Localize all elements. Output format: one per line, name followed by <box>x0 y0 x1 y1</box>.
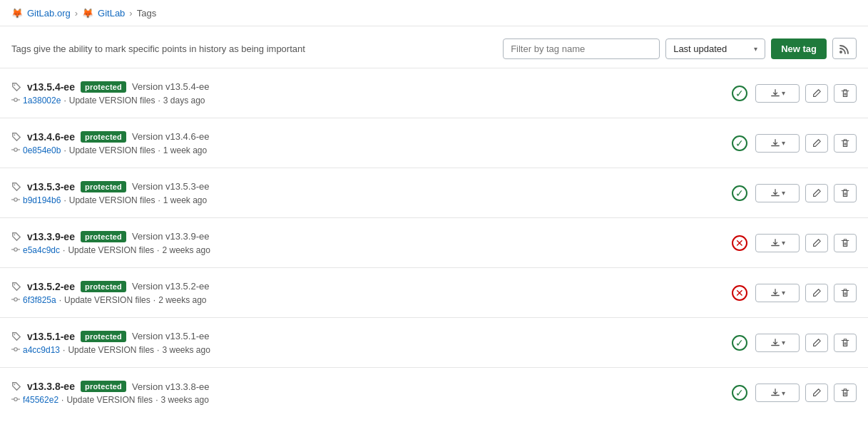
tag-name[interactable]: v13.5.2-ee <box>27 281 75 292</box>
commit-hash[interactable]: 1a38002e <box>23 96 61 106</box>
tag-name[interactable]: v13.5.3-ee <box>27 181 75 192</box>
tag-icon <box>11 381 21 391</box>
edit-icon <box>812 288 822 298</box>
tag-name[interactable]: v13.5.1-ee <box>27 331 75 342</box>
edit-button[interactable] <box>805 184 828 202</box>
delete-button[interactable] <box>834 234 857 252</box>
svg-point-7 <box>14 134 16 135</box>
download-button[interactable]: ▾ <box>755 284 800 302</box>
tag-row: v13.5.1-ee protected Version v13.5.1-ee … <box>0 318 868 368</box>
commit-description: Update VERSION files <box>66 395 153 405</box>
edit-button[interactable] <box>805 84 828 103</box>
delete-icon <box>840 388 850 398</box>
sort-dropdown[interactable]: Last updated ▾ <box>665 38 765 59</box>
status-failed-icon: ✕ <box>732 235 747 251</box>
download-icon <box>770 88 780 98</box>
tag-actions: ✓ ▾ <box>730 183 857 203</box>
tag-message: Version v13.3.9-ee <box>132 231 209 242</box>
delete-button[interactable] <box>834 334 857 352</box>
delete-button[interactable] <box>834 284 857 302</box>
commit-dot-2: · <box>158 195 160 205</box>
commit-hash[interactable]: b9d194b6 <box>23 195 61 205</box>
commit-svg-icon <box>11 295 20 304</box>
protected-badge: protected <box>81 81 126 93</box>
commit-svg-icon <box>11 195 20 204</box>
tag-info: v13.4.6-ee protected Version v13.4.6-ee … <box>11 131 730 155</box>
commit-hash[interactable]: 6f3f825a <box>23 295 56 305</box>
delete-button[interactable] <box>834 134 857 153</box>
download-button[interactable]: ▾ <box>755 134 800 153</box>
breadcrumb-sep-2: › <box>129 8 132 19</box>
tag-link-icon <box>11 282 21 292</box>
tag-link-icon <box>11 132 21 142</box>
commit-dot: · <box>63 245 65 255</box>
download-button[interactable]: ▾ <box>755 84 800 103</box>
tag-link-icon <box>11 82 21 92</box>
status-success-icon: ✓ <box>732 185 747 201</box>
status-success-icon: ✓ <box>732 86 747 101</box>
filter-input[interactable] <box>503 38 660 59</box>
edit-button[interactable] <box>805 134 828 153</box>
commit-dot-2: · <box>158 96 160 106</box>
commit-hash[interactable]: f45562e2 <box>23 395 58 405</box>
edit-icon <box>812 388 822 398</box>
protected-badge: protected <box>81 231 126 242</box>
tag-main-line: v13.3.9-ee protected Version v13.3.9-ee <box>11 231 730 242</box>
download-button[interactable]: ▾ <box>755 184 800 202</box>
breadcrumb-sep-1: › <box>75 8 78 19</box>
commit-hash[interactable]: a4cc9d13 <box>23 345 60 355</box>
edit-button[interactable] <box>805 384 828 402</box>
tag-main-line: v13.5.3-ee protected Version v13.5.3-ee <box>11 181 730 192</box>
download-button[interactable]: ▾ <box>755 334 800 352</box>
commit-dot-2: · <box>157 245 159 255</box>
edit-button[interactable] <box>805 284 828 302</box>
commit-dot: · <box>63 96 66 106</box>
svg-point-20 <box>14 247 18 251</box>
breadcrumb-gitlab-org[interactable]: GitLab.org <box>27 8 71 19</box>
commit-time: 3 weeks ago <box>160 395 208 405</box>
tag-row: v13.5.3-ee protected Version v13.5.3-ee … <box>0 168 868 218</box>
edit-button[interactable] <box>805 234 828 252</box>
delete-icon <box>840 288 850 298</box>
tag-main-line: v13.3.8-ee protected Version v13.3.8-ee <box>11 381 730 392</box>
tag-message: Version v13.5.3-ee <box>132 181 209 192</box>
commit-dot: · <box>63 195 66 205</box>
status-icon: ✓ <box>730 133 750 153</box>
commit-hash[interactable]: e5a4c9dc <box>23 245 60 255</box>
commit-dot-2: · <box>155 395 158 405</box>
svg-point-37 <box>14 384 16 386</box>
commit-icon <box>11 395 20 405</box>
page-header: Tags give the ability to mark specific p… <box>0 26 868 68</box>
commit-description: Update VERSION files <box>69 145 155 155</box>
delete-button[interactable] <box>834 384 857 402</box>
svg-point-19 <box>14 234 16 235</box>
tag-info: v13.5.2-ee protected Version v13.5.2-ee … <box>11 281 730 305</box>
tag-name[interactable]: v13.4.6-ee <box>27 131 75 143</box>
commit-time: 1 week ago <box>163 195 207 205</box>
tag-commit-line: f45562e2 · Update VERSION files · 3 week… <box>11 395 730 405</box>
commit-svg-icon <box>11 345 20 354</box>
rss-icon <box>839 43 850 54</box>
commit-time: 3 days ago <box>163 96 205 106</box>
tag-name[interactable]: v13.5.4-ee <box>27 81 75 93</box>
breadcrumb-gitlab[interactable]: GitLab <box>98 8 125 19</box>
edit-icon <box>812 338 822 348</box>
download-button[interactable]: ▾ <box>755 234 800 252</box>
new-tag-button[interactable]: New tag <box>771 38 827 59</box>
tag-icon <box>11 182 21 192</box>
commit-icon <box>11 345 20 355</box>
tag-icon <box>11 132 21 142</box>
commit-hash[interactable]: 0e854e0b <box>23 145 61 155</box>
download-chevron-icon: ▾ <box>782 139 785 147</box>
tag-message: Version v13.4.6-ee <box>132 131 209 142</box>
download-button[interactable]: ▾ <box>755 384 800 402</box>
tag-name[interactable]: v13.3.8-ee <box>27 381 75 392</box>
tag-name[interactable]: v13.3.9-ee <box>27 231 75 242</box>
tag-commit-line: 0e854e0b · Update VERSION files · 1 week… <box>11 145 730 155</box>
delete-button[interactable] <box>834 184 857 202</box>
download-chevron-icon: ▾ <box>782 289 785 297</box>
edit-button[interactable] <box>805 334 828 352</box>
delete-button[interactable] <box>834 84 857 103</box>
commit-dot: · <box>61 395 63 405</box>
rss-button[interactable] <box>832 38 857 59</box>
